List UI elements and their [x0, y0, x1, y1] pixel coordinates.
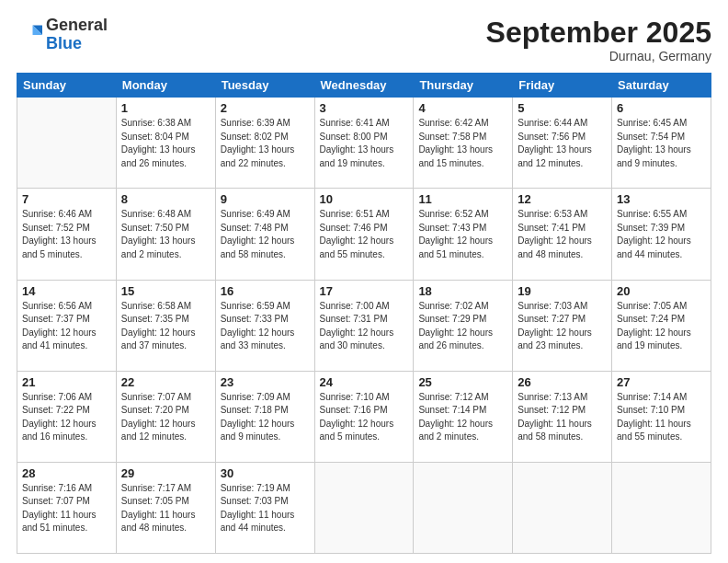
calendar-day-cell: 6Sunrise: 6:45 AM Sunset: 7:54 PM Daylig…	[612, 98, 711, 189]
calendar-day-cell: 12Sunrise: 6:53 AM Sunset: 7:41 PM Dayli…	[513, 189, 612, 280]
day-number: 30	[221, 466, 310, 480]
day-number: 21	[22, 375, 111, 389]
calendar-day-cell: 15Sunrise: 6:58 AM Sunset: 7:35 PM Dayli…	[116, 280, 215, 371]
day-info: Sunrise: 7:14 AM Sunset: 7:10 PM Dayligh…	[617, 391, 706, 444]
day-info: Sunrise: 6:51 AM Sunset: 7:46 PM Dayligh…	[320, 208, 409, 261]
calendar-day-cell: 28Sunrise: 7:16 AM Sunset: 7:07 PM Dayli…	[17, 462, 117, 553]
calendar-day-cell: 9Sunrise: 6:49 AM Sunset: 7:48 PM Daylig…	[215, 189, 314, 280]
day-number: 13	[617, 192, 706, 206]
day-info: Sunrise: 7:03 AM Sunset: 7:27 PM Dayligh…	[518, 300, 607, 353]
calendar-week-row: 7Sunrise: 6:46 AM Sunset: 7:52 PM Daylig…	[17, 189, 711, 280]
day-number: 29	[121, 466, 210, 480]
calendar-day-cell: 5Sunrise: 6:44 AM Sunset: 7:56 PM Daylig…	[513, 98, 612, 189]
day-of-week-header: Friday	[513, 74, 612, 98]
day-number: 15	[121, 284, 210, 298]
day-info: Sunrise: 6:55 AM Sunset: 7:39 PM Dayligh…	[617, 208, 706, 261]
logo: General Blue	[17, 17, 108, 53]
calendar-week-row: 21Sunrise: 7:06 AM Sunset: 7:22 PM Dayli…	[17, 371, 711, 462]
day-number: 3	[320, 101, 409, 115]
day-info: Sunrise: 7:19 AM Sunset: 7:03 PM Dayligh…	[221, 482, 310, 535]
calendar-day-cell: 29Sunrise: 7:17 AM Sunset: 7:05 PM Dayli…	[116, 462, 215, 553]
day-number: 19	[518, 284, 607, 298]
header: General Blue September 2025 Durnau, Germ…	[17, 17, 711, 63]
calendar-day-cell: 10Sunrise: 6:51 AM Sunset: 7:46 PM Dayli…	[314, 189, 414, 280]
calendar-day-cell: 11Sunrise: 6:52 AM Sunset: 7:43 PM Dayli…	[414, 189, 513, 280]
calendar-week-row: 14Sunrise: 6:56 AM Sunset: 7:37 PM Dayli…	[17, 280, 711, 371]
day-number: 23	[221, 375, 310, 389]
calendar-day-cell: 16Sunrise: 6:59 AM Sunset: 7:33 PM Dayli…	[215, 280, 314, 371]
calendar-day-cell: 2Sunrise: 6:39 AM Sunset: 8:02 PM Daylig…	[215, 98, 314, 189]
day-of-week-header: Sunday	[17, 74, 117, 98]
calendar-day-cell	[513, 462, 612, 553]
day-info: Sunrise: 7:17 AM Sunset: 7:05 PM Dayligh…	[121, 482, 210, 535]
day-number: 7	[22, 192, 111, 206]
calendar-day-cell: 27Sunrise: 7:14 AM Sunset: 7:10 PM Dayli…	[612, 371, 711, 462]
title-section: September 2025 Durnau, Germany	[486, 17, 711, 63]
day-number: 9	[221, 192, 310, 206]
day-info: Sunrise: 7:13 AM Sunset: 7:12 PM Dayligh…	[518, 391, 607, 444]
day-number: 5	[518, 101, 607, 115]
day-number: 2	[221, 101, 310, 115]
day-number: 12	[518, 192, 607, 206]
day-number: 24	[320, 375, 409, 389]
calendar-day-cell: 30Sunrise: 7:19 AM Sunset: 7:03 PM Dayli…	[215, 462, 314, 553]
calendar-day-cell	[314, 462, 414, 553]
day-info: Sunrise: 7:16 AM Sunset: 7:07 PM Dayligh…	[22, 482, 111, 535]
calendar-day-cell: 4Sunrise: 6:42 AM Sunset: 7:58 PM Daylig…	[414, 98, 513, 189]
calendar-day-cell: 18Sunrise: 7:02 AM Sunset: 7:29 PM Dayli…	[414, 280, 513, 371]
day-info: Sunrise: 7:02 AM Sunset: 7:29 PM Dayligh…	[418, 300, 507, 353]
day-info: Sunrise: 7:07 AM Sunset: 7:20 PM Dayligh…	[121, 391, 210, 444]
logo-general: General	[46, 16, 108, 34]
day-number: 4	[418, 101, 507, 115]
day-info: Sunrise: 6:45 AM Sunset: 7:54 PM Dayligh…	[617, 117, 706, 170]
calendar-table: SundayMondayTuesdayWednesdayThursdayFrid…	[17, 73, 711, 554]
calendar-day-cell: 21Sunrise: 7:06 AM Sunset: 7:22 PM Dayli…	[17, 371, 117, 462]
day-info: Sunrise: 7:10 AM Sunset: 7:16 PM Dayligh…	[320, 391, 409, 444]
day-number: 1	[121, 101, 210, 115]
day-number: 17	[320, 284, 409, 298]
day-number: 18	[418, 284, 507, 298]
calendar-day-cell: 22Sunrise: 7:07 AM Sunset: 7:20 PM Dayli…	[116, 371, 215, 462]
day-info: Sunrise: 6:41 AM Sunset: 8:00 PM Dayligh…	[320, 117, 409, 170]
calendar-day-cell: 8Sunrise: 6:48 AM Sunset: 7:50 PM Daylig…	[116, 189, 215, 280]
calendar-day-cell	[612, 462, 711, 553]
month-title: September 2025	[486, 17, 711, 49]
day-number: 27	[617, 375, 706, 389]
calendar-day-cell: 1Sunrise: 6:38 AM Sunset: 8:04 PM Daylig…	[116, 98, 215, 189]
calendar-day-cell: 24Sunrise: 7:10 AM Sunset: 7:16 PM Dayli…	[314, 371, 414, 462]
day-info: Sunrise: 6:44 AM Sunset: 7:56 PM Dayligh…	[518, 117, 607, 170]
calendar-day-cell: 3Sunrise: 6:41 AM Sunset: 8:00 PM Daylig…	[314, 98, 414, 189]
day-info: Sunrise: 6:58 AM Sunset: 7:35 PM Dayligh…	[121, 300, 210, 353]
calendar-day-cell	[17, 98, 117, 189]
calendar-day-cell: 19Sunrise: 7:03 AM Sunset: 7:27 PM Dayli…	[513, 280, 612, 371]
day-info: Sunrise: 6:42 AM Sunset: 7:58 PM Dayligh…	[418, 117, 507, 170]
calendar-day-cell: 25Sunrise: 7:12 AM Sunset: 7:14 PM Dayli…	[414, 371, 513, 462]
day-number: 25	[418, 375, 507, 389]
calendar-day-cell: 13Sunrise: 6:55 AM Sunset: 7:39 PM Dayli…	[612, 189, 711, 280]
calendar-week-row: 28Sunrise: 7:16 AM Sunset: 7:07 PM Dayli…	[17, 462, 711, 553]
day-info: Sunrise: 7:05 AM Sunset: 7:24 PM Dayligh…	[617, 300, 706, 353]
day-info: Sunrise: 6:46 AM Sunset: 7:52 PM Dayligh…	[22, 208, 111, 261]
calendar-day-cell: 23Sunrise: 7:09 AM Sunset: 7:18 PM Dayli…	[215, 371, 314, 462]
location: Durnau, Germany	[486, 49, 711, 63]
day-info: Sunrise: 7:09 AM Sunset: 7:18 PM Dayligh…	[221, 391, 310, 444]
day-number: 6	[617, 101, 706, 115]
day-of-week-header: Tuesday	[215, 74, 314, 98]
day-info: Sunrise: 6:53 AM Sunset: 7:41 PM Dayligh…	[518, 208, 607, 261]
day-number: 28	[22, 466, 111, 480]
calendar-header-row: SundayMondayTuesdayWednesdayThursdayFrid…	[17, 74, 711, 98]
day-info: Sunrise: 6:39 AM Sunset: 8:02 PM Dayligh…	[221, 117, 310, 170]
calendar-day-cell: 17Sunrise: 7:00 AM Sunset: 7:31 PM Dayli…	[314, 280, 414, 371]
day-number: 22	[121, 375, 210, 389]
day-number: 16	[221, 284, 310, 298]
day-info: Sunrise: 7:12 AM Sunset: 7:14 PM Dayligh…	[418, 391, 507, 444]
day-number: 14	[22, 284, 111, 298]
day-info: Sunrise: 6:38 AM Sunset: 8:04 PM Dayligh…	[121, 117, 210, 170]
calendar-day-cell: 7Sunrise: 6:46 AM Sunset: 7:52 PM Daylig…	[17, 189, 117, 280]
day-number: 8	[121, 192, 210, 206]
day-info: Sunrise: 6:56 AM Sunset: 7:37 PM Dayligh…	[22, 300, 111, 353]
day-info: Sunrise: 6:59 AM Sunset: 7:33 PM Dayligh…	[221, 300, 310, 353]
calendar-day-cell	[414, 462, 513, 553]
day-info: Sunrise: 6:52 AM Sunset: 7:43 PM Dayligh…	[418, 208, 507, 261]
calendar-day-cell: 14Sunrise: 6:56 AM Sunset: 7:37 PM Dayli…	[17, 280, 117, 371]
